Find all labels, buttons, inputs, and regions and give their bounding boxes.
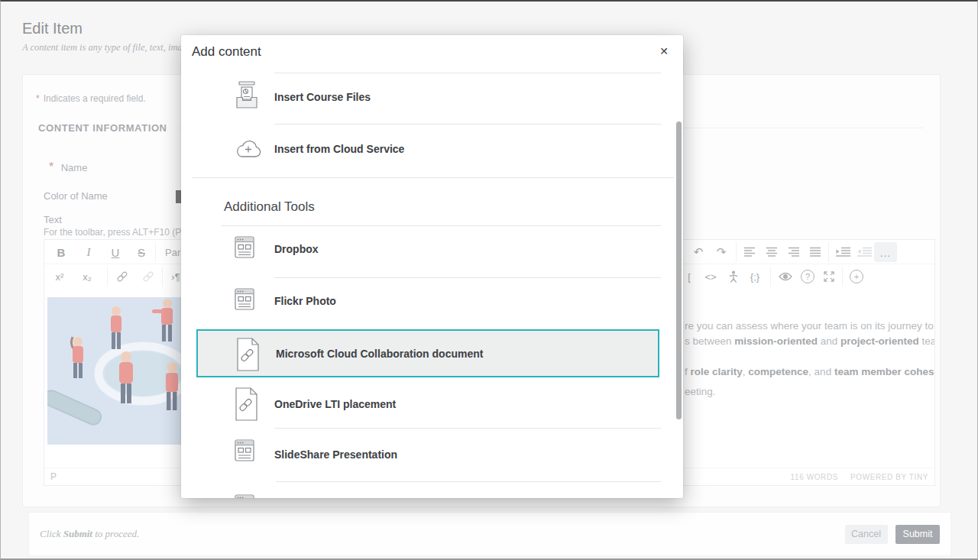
modal-title: Add content (192, 44, 261, 60)
list-divider (274, 277, 661, 278)
modal-scrollbar-thumb[interactable] (676, 121, 682, 419)
close-icon[interactable]: ✕ (656, 43, 672, 60)
web-window-icon (235, 439, 254, 462)
list-divider (274, 124, 661, 125)
list-divider (276, 481, 661, 482)
list-divider (274, 73, 661, 73)
list-divider (274, 428, 661, 429)
web-window-icon (235, 494, 254, 498)
document-link-icon (236, 338, 259, 371)
section-rule (221, 225, 661, 226)
list-item-selected[interactable]: Microsoft Cloud Collaboration document (196, 329, 659, 377)
additional-tools-heading: Additional Tools (224, 199, 315, 215)
web-window-icon (235, 288, 254, 311)
screenshot-root: Edit Item A content item is any type of … (0, 0, 978, 560)
course-files-icon (235, 81, 259, 109)
section-divider (192, 177, 674, 178)
web-window-icon (235, 236, 254, 259)
cloud-plus-icon (235, 138, 262, 159)
add-content-modal: Add content ✕ Insert Course Files Insert… (181, 35, 683, 498)
document-link-icon (235, 387, 257, 421)
